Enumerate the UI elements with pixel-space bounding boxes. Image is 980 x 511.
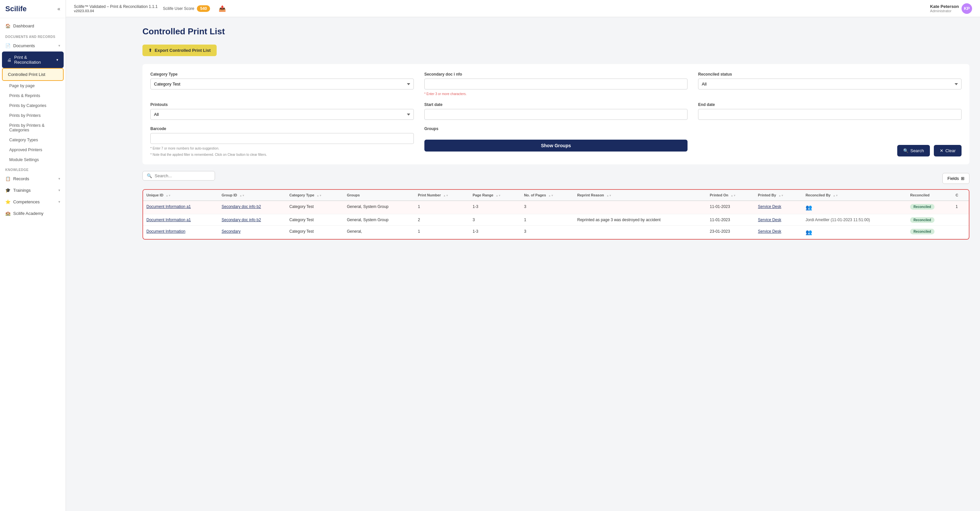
- cell-unique-id: Document Information a1: [143, 201, 218, 214]
- col-c[interactable]: C: [952, 190, 969, 201]
- print-reconciliation-arrow: ▾: [56, 58, 58, 62]
- user-info: Kate Peterson Administrator: [930, 4, 959, 13]
- sort-icon-page-range: ▲▼: [496, 194, 501, 197]
- printed-by-link[interactable]: Service Desk: [758, 217, 781, 222]
- sidebar-item-documents[interactable]: 📄 Documents ▾: [0, 40, 65, 51]
- sidebar-item-category-types[interactable]: Category Types: [0, 135, 65, 145]
- printouts-filter: Printouts All: [150, 102, 414, 120]
- col-printed-by[interactable]: Printed By ▲▼: [755, 190, 802, 201]
- reconciled-status-select[interactable]: All: [698, 78, 961, 89]
- cell-group-id: Secondary: [218, 226, 286, 239]
- sidebar-item-module-settings[interactable]: Module Settings: [0, 155, 65, 165]
- barcode-input[interactable]: [150, 133, 414, 144]
- sidebar-item-trainings[interactable]: 🎓 Trainings ▾: [0, 185, 65, 196]
- cell-page-range: 3: [469, 214, 521, 226]
- unique-id-link[interactable]: Document Information a1: [146, 204, 191, 209]
- show-groups-button[interactable]: Show Groups: [425, 140, 688, 152]
- printouts-label: Printouts: [150, 102, 414, 107]
- sidebar-item-approved-printers[interactable]: Approved Printers: [0, 145, 65, 155]
- col-reprint-reason[interactable]: Reprint Reason ▲▼: [574, 190, 706, 201]
- export-button[interactable]: ⬆ Export Controlled Print List: [142, 45, 216, 56]
- col-printed-on[interactable]: Printed On ▲▼: [706, 190, 755, 201]
- end-date-input[interactable]: [698, 109, 961, 120]
- cell-page-range: 1-3: [469, 201, 521, 214]
- col-reconciled-by[interactable]: Reconciled By ▲▼: [802, 190, 907, 201]
- sidebar-item-print-reconciliation[interactable]: 🖨 Print & Reconciliation ▾: [2, 51, 64, 68]
- reconciled-badge: Reconciled: [910, 204, 934, 209]
- validated-text: Scilife™ Validated – Print & Reconciliat…: [74, 4, 158, 13]
- sidebar: Scilife « 🏠 Dashboard DOCUMENTS AND RECO…: [0, 0, 66, 511]
- col-reconciled[interactable]: Reconciled: [907, 190, 952, 201]
- cell-page-range: 1-3: [469, 226, 521, 239]
- filter-section: Category Type Category Test Secondary do…: [142, 64, 969, 164]
- printed-by-link[interactable]: Service Desk: [758, 204, 781, 209]
- sidebar-item-prints-reprints[interactable]: Prints & Reprints: [0, 91, 65, 101]
- sidebar-item-page-by-page[interactable]: Page by page: [0, 81, 65, 91]
- sidebar-item-dashboard[interactable]: 🏠 Dashboard: [0, 20, 65, 32]
- records-icon: 📋: [5, 176, 11, 181]
- cell-no-pages: 3: [521, 201, 574, 214]
- start-date-input[interactable]: [425, 109, 688, 120]
- sidebar-item-prints-printers-categories[interactable]: Prints by Printers & Categories: [0, 120, 65, 135]
- table-wrapper: Unique ID ▲▼ Group ID ▲▼ Category Type ▲…: [142, 189, 969, 240]
- cell-print-number: 2: [415, 214, 469, 226]
- secondary-doc-hint: * Enter 3 or more characters.: [425, 92, 688, 96]
- cell-no-pages: 1: [521, 214, 574, 226]
- col-category-type[interactable]: Category Type ▲▼: [286, 190, 344, 201]
- sidebar-section-documents-records: DOCUMENTS AND RECORDS: [0, 32, 65, 40]
- clear-button[interactable]: ✕ Clear: [934, 145, 961, 156]
- cell-reconciled-by: 👥: [802, 201, 907, 214]
- sort-icon-reconciled-by: ▲▼: [833, 194, 838, 197]
- sidebar-logo: Scilife «: [0, 0, 65, 18]
- sidebar-item-scilife-academy[interactable]: 🏫 Scilife Academy: [0, 208, 65, 219]
- table-search-input[interactable]: [155, 173, 211, 178]
- secondary-doc-label: Secondary doc i nfo: [425, 72, 688, 77]
- printed-by-link[interactable]: Service Desk: [758, 229, 781, 234]
- documents-icon: 📄: [5, 43, 11, 48]
- share-icon-btn[interactable]: 📤: [219, 5, 226, 12]
- sort-icon-print-number: ▲▼: [443, 194, 449, 197]
- sidebar-item-records[interactable]: 📋 Records ▾: [0, 173, 65, 185]
- sidebar-item-prints-categories[interactable]: Prints by Categories: [0, 101, 65, 110]
- cell-reprint-reason: [574, 201, 706, 214]
- col-print-number[interactable]: Print Number ▲▼: [415, 190, 469, 201]
- cell-category-type: Category Test: [286, 214, 344, 226]
- printouts-select[interactable]: All: [150, 109, 414, 120]
- cell-unique-id: Document Information a1: [143, 214, 218, 226]
- share-icon: 📤: [219, 5, 226, 12]
- group-id-link[interactable]: Secondary: [221, 229, 240, 234]
- cell-printed-on: 11-01-2023: [706, 201, 755, 214]
- collapse-icon[interactable]: «: [57, 6, 60, 12]
- sort-icon-reprint-reason: ▲▼: [606, 194, 612, 197]
- sidebar-item-controlled-print-list[interactable]: Controlled Print List: [2, 68, 64, 81]
- fields-button[interactable]: Fields ⊞: [942, 173, 969, 184]
- sidebar-item-competences[interactable]: ⭐ Competences ▾: [0, 196, 65, 208]
- cell-reprint-reason: [574, 226, 706, 239]
- page-title: Controlled Print List: [142, 26, 969, 37]
- col-group-id[interactable]: Group ID ▲▼: [218, 190, 286, 201]
- category-type-select[interactable]: Category Test: [150, 78, 414, 89]
- avatar[interactable]: KP: [961, 3, 972, 14]
- dashboard-icon: 🏠: [5, 24, 11, 29]
- sidebar-item-prints-printers[interactable]: Prints by Printers: [0, 110, 65, 120]
- clear-icon: ✕: [940, 148, 943, 153]
- col-unique-id[interactable]: Unique ID ▲▼: [143, 190, 218, 201]
- search-button[interactable]: 🔍 Search: [897, 145, 930, 156]
- col-page-range[interactable]: Page Range ▲▼: [469, 190, 521, 201]
- cell-c: [952, 226, 969, 239]
- sidebar-section-knowledge: KNOWLEDGE: [0, 165, 65, 173]
- end-date-filter: End date: [698, 102, 961, 120]
- col-groups[interactable]: Groups: [344, 190, 415, 201]
- barcode-hint1: * Enter 7 or more numbers for auto-sugge…: [150, 147, 414, 150]
- group-id-link[interactable]: Secondary doc info b2: [221, 204, 261, 209]
- group-id-link[interactable]: Secondary doc info b2: [221, 217, 261, 222]
- sort-icon-printed-by: ▲▼: [778, 194, 784, 197]
- category-type-label: Category Type: [150, 72, 414, 77]
- unique-id-link[interactable]: Document Information a1: [146, 217, 191, 222]
- table-header-row: Unique ID ▲▼ Group ID ▲▼ Category Type ▲…: [143, 190, 969, 201]
- reconciled-by-text: Jordi Ametller (11-01-2023 11:51:00): [805, 217, 870, 222]
- secondary-doc-input[interactable]: [425, 78, 688, 89]
- table-row: Document Information a1 Secondary doc in…: [143, 214, 969, 226]
- unique-id-link[interactable]: Document Information: [146, 229, 185, 234]
- col-no-pages[interactable]: No. of Pages ▲▼: [521, 190, 574, 201]
